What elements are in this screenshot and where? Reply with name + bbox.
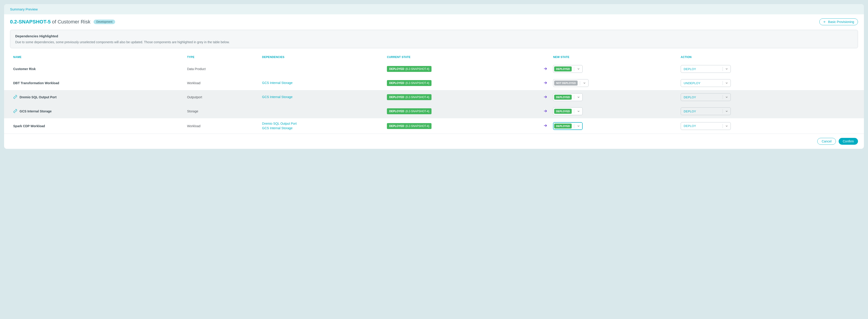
dependencies-highlight-text: Due to some dependencies, some previousl… <box>15 40 853 44</box>
col-newstate: NEW STATE <box>550 52 678 62</box>
new-state-value: DEPLOYED <box>554 95 572 100</box>
table-header-row: NAME TYPE DEPENDENCIES CURRENT STATE NEW… <box>4 52 864 62</box>
row-name: Customer Risk <box>13 67 36 71</box>
dependencies-highlight-box: Dependencies Highlighted Due to some dep… <box>10 30 858 48</box>
row-type: Storage <box>184 104 259 118</box>
chevron-down-icon[interactable] <box>575 67 582 70</box>
title-of: of Customer Risk <box>52 19 91 25</box>
row-type: Data Product <box>184 62 259 76</box>
title-version: 0.2-SNAPSHOT-5 <box>10 19 51 25</box>
dependency-link[interactable]: GCS Internal Storage <box>262 126 382 131</box>
action-value: DEPLOY <box>681 124 722 128</box>
action-value: UNDEPLOY <box>681 82 722 85</box>
dependency-link[interactable]: GCS Internal Storage <box>262 81 382 85</box>
new-state-value: DEPLOYED <box>554 109 572 114</box>
current-state-badge: DEPLOYED (0.2-SNAPSHOT-4) <box>387 123 432 129</box>
new-state-value: DEPLOYED <box>554 66 572 71</box>
table-row: Dremio SQL Output PortOutputportGCS Inte… <box>4 90 864 104</box>
chevron-down-icon[interactable] <box>575 124 582 128</box>
row-dependencies: Dremio SQL Output PortGCS Internal Stora… <box>259 118 384 133</box>
row-name: Spark CDP Workload <box>13 124 45 128</box>
arrow-right-icon <box>540 76 550 90</box>
chevron-down-icon[interactable] <box>575 110 582 113</box>
table-row: Customer RiskData ProductDEPLOYED (0.2-S… <box>4 62 864 76</box>
chevron-down-icon[interactable] <box>723 67 731 70</box>
arrow-right-icon <box>540 90 550 104</box>
new-state-select[interactable]: NOT DEPLOYED <box>553 79 589 87</box>
table-row: GCS Internal StorageStorageDEPLOYED (0.2… <box>4 104 864 118</box>
action-value: DEPLOY <box>681 96 722 99</box>
confirm-button[interactable]: Confirm <box>839 138 858 145</box>
row-dependencies <box>259 62 384 76</box>
arrow-right-icon <box>540 104 550 118</box>
current-state-badge: DEPLOYED (0.2-SNAPSHOT-4) <box>387 108 432 114</box>
col-current: CURRENT STATE <box>384 52 540 62</box>
cancel-button[interactable]: Cancel <box>817 138 836 145</box>
summary-preview-bar: Summary Preview <box>4 4 864 14</box>
dialog-footer: Cancel Confirm <box>4 133 864 149</box>
basic-provisioning-label: Basic Provisioning <box>828 20 854 24</box>
row-type: Workload <box>184 76 259 90</box>
summary-preview-label: Summary Preview <box>10 7 38 11</box>
new-state-select[interactable]: DEPLOYED <box>553 93 583 101</box>
new-state-select[interactable]: DEPLOYED <box>553 65 583 73</box>
arrow-left-icon <box>823 20 826 24</box>
dependency-link[interactable]: Dremio SQL Output Port <box>262 122 382 126</box>
chevron-down-icon[interactable] <box>575 96 582 99</box>
row-type: Workload <box>184 118 259 133</box>
arrow-right-icon <box>540 62 550 76</box>
col-name: NAME <box>4 52 184 62</box>
new-state-select[interactable]: DEPLOYED <box>553 122 583 130</box>
col-deps: DEPENDENCIES <box>259 52 384 62</box>
col-action: ACTION <box>678 52 864 62</box>
dependency-link[interactable]: GCS Internal Storage <box>262 95 382 99</box>
current-state-badge: DEPLOYED (0.2-SNAPSHOT-4) <box>387 80 432 86</box>
action-value: DEPLOY <box>681 67 722 71</box>
row-dependencies: GCS Internal Storage <box>259 76 384 90</box>
summary-card: Summary Preview 0.2-SNAPSHOT-5 of Custom… <box>4 4 864 149</box>
row-name: GCS Internal Storage <box>20 109 52 113</box>
action-select[interactable]: UNDEPLOY <box>681 79 731 87</box>
table-row: Spark CDP WorkloadWorkloadDremio SQL Out… <box>4 118 864 133</box>
components-table: NAME TYPE DEPENDENCIES CURRENT STATE NEW… <box>4 52 864 133</box>
chevron-down-icon[interactable] <box>581 82 588 85</box>
row-dependencies <box>259 104 384 118</box>
chevron-down-icon[interactable] <box>723 96 731 99</box>
dependencies-highlight-title: Dependencies Highlighted <box>15 34 853 38</box>
new-state-select[interactable]: DEPLOYED <box>553 107 583 115</box>
row-name: DBT Transformation Workload <box>13 81 59 85</box>
action-select[interactable]: DEPLOY <box>681 122 731 130</box>
chevron-down-icon[interactable] <box>723 82 731 85</box>
action-select[interactable]: DEPLOY <box>681 65 731 73</box>
current-state-badge: DEPLOYED (0.2-SNAPSHOT-4) <box>387 66 432 72</box>
action-select[interactable]: DEPLOY <box>681 107 731 115</box>
arrow-right-icon <box>540 118 550 133</box>
new-state-value: DEPLOYED <box>554 124 572 129</box>
header-row: 0.2-SNAPSHOT-5 of Customer Risk Developm… <box>4 14 864 30</box>
chevron-down-icon[interactable] <box>723 124 731 128</box>
new-state-value: NOT DEPLOYED <box>554 81 578 86</box>
row-name: Dremio SQL Output Port <box>20 95 57 99</box>
row-type: Outputport <box>184 90 259 104</box>
chevron-down-icon[interactable] <box>723 110 731 113</box>
link-icon <box>13 109 17 114</box>
row-dependencies: GCS Internal Storage <box>259 90 384 104</box>
action-value: DEPLOY <box>681 110 722 113</box>
col-type: TYPE <box>184 52 259 62</box>
current-state-badge: DEPLOYED (0.2-SNAPSHOT-4) <box>387 94 432 100</box>
action-select[interactable]: DEPLOY <box>681 93 731 101</box>
env-pill: Development <box>94 20 115 24</box>
basic-provisioning-button[interactable]: Basic Provisioning <box>819 19 858 25</box>
table-row: DBT Transformation WorkloadWorkloadGCS I… <box>4 76 864 90</box>
link-icon <box>13 95 17 100</box>
